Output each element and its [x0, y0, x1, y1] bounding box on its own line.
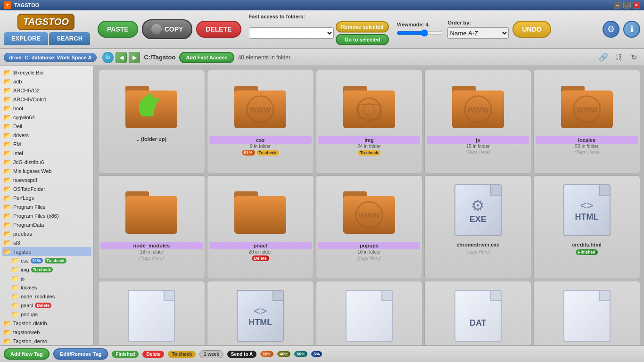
minimize-button[interactable]: ─: [614, 2, 621, 8]
file-item[interactable]: WWWpopups10 in folder(Tags Here): [316, 175, 423, 279]
file-icon-container: DAT: [450, 285, 506, 345]
file-item[interactable]: DAT: [424, 281, 531, 345]
file-item[interactable]: WWWlocales53 in folder(Tags Here): [533, 70, 640, 173]
pct-50: 50%: [294, 351, 307, 357]
sidebar-item[interactable]: 📂Tagstoo_demo: [2, 337, 91, 345]
sidebar-item[interactable]: 📂OSTotoFolder: [2, 184, 91, 193]
explore-tab[interactable]: EXPLORE: [4, 32, 48, 45]
sidebar-item[interactable]: 📂drivers: [2, 131, 91, 140]
svg-text:WWW: WWW: [576, 106, 598, 114]
file-item[interactable]: ⚙EXEchromedriver.exe(Tags Here): [424, 175, 531, 279]
sidebar-item[interactable]: 📂st3: [2, 238, 91, 247]
sidebar-item[interactable]: 📁locales: [2, 283, 91, 292]
folder-icon: 📂: [4, 212, 11, 219]
sidebar-item-label: node_modules: [21, 294, 55, 299]
sidebar-item[interactable]: 📂ARCHIVO2: [2, 86, 91, 95]
info-button[interactable]: ℹ: [623, 21, 640, 38]
folder-icon: 📂: [4, 176, 11, 183]
folder-icon: 📁: [11, 284, 19, 291]
file-grid: .. (folder up)WWWcss9 in folder91%To che…: [94, 66, 644, 345]
file-item[interactable]: WWWjs15 in folder(Tags Here): [424, 70, 531, 173]
sidebar-item-label: OSTotoFolder: [13, 186, 45, 192]
pct-40: 40%: [277, 351, 290, 357]
settings-gear-button[interactable]: ⚙: [603, 21, 619, 38]
paste-button[interactable]: PASTE: [98, 21, 138, 38]
html-arrows-symbol: <>: [254, 304, 267, 318]
sidebar-item[interactable]: 📂EM: [2, 140, 91, 148]
nav-refresh-button[interactable]: ↻: [102, 52, 114, 63]
file-item[interactable]: .. (folder up): [98, 70, 205, 173]
close-button[interactable]: ✕: [633, 2, 640, 8]
nav-forward-button[interactable]: ▶: [129, 52, 140, 63]
sidebar-item[interactable]: 📂Tagstoo-distrib: [2, 319, 91, 328]
sidebar-item[interactable]: 📂cygwin64: [2, 113, 91, 122]
sidebar-item[interactable]: 📂Program Files (x86): [2, 211, 91, 220]
file-name: pnacl: [209, 242, 312, 249]
search-tab[interactable]: SEARCH: [49, 32, 90, 45]
nav-back-button[interactable]: ◀: [116, 52, 127, 63]
sidebar-item[interactable]: 📂Intel: [2, 148, 91, 157]
folder-icon: 📂: [4, 167, 11, 174]
refresh-icon[interactable]: ↻: [627, 51, 640, 64]
delete-button[interactable]: DELETE: [196, 21, 241, 38]
sidebar-item[interactable]: 📂tagstooweb: [2, 328, 91, 337]
sidebar-item[interactable]: 📁imgTo check: [2, 265, 91, 274]
sidebar-item[interactable]: 📁css91%To check: [2, 256, 91, 265]
file-item[interactable]: [533, 281, 640, 345]
copy-button[interactable]: COPY: [142, 19, 193, 39]
sidebar-item[interactable]: 📂Tagstoo: [2, 247, 91, 256]
sidebar-item[interactable]: 📂Mis lugares Web: [2, 166, 91, 175]
sidebar-item[interactable]: 📂adb: [2, 77, 91, 86]
sidebar-item[interactable]: 📂pruebas: [2, 229, 91, 238]
sidebar-item[interactable]: 📂Program Files: [2, 202, 91, 211]
file-item[interactable]: pnacl20 in folderDelete: [207, 175, 314, 279]
sidebar-item[interactable]: 📂boot: [2, 104, 91, 113]
folder-icon: 📂: [4, 194, 11, 201]
edit-remove-tag-button[interactable]: Edit/Remove Tag: [53, 348, 108, 360]
fast-access-dropdown[interactable]: [249, 27, 334, 39]
file-item[interactable]: [316, 281, 423, 345]
viewmode-slider[interactable]: [396, 29, 444, 37]
sidebar-item[interactable]: 📂PerfLogs: [2, 193, 91, 202]
file-tags: 91%To check: [242, 150, 279, 156]
add-fast-access-button[interactable]: Add Fast Access: [179, 52, 234, 63]
orderby-select[interactable]: Name A-Z Name Z-A Date Size: [447, 27, 509, 39]
dat-file-icon: DAT: [454, 290, 502, 342]
sidebar-item[interactable]: 📂nuevospdf: [2, 175, 91, 184]
file-icon-container: [341, 285, 397, 345]
file-item[interactable]: <>HTMLcredits.htmlFinished: [533, 175, 640, 279]
tag-link-icon[interactable]: 🔗: [597, 51, 610, 64]
remove-selected-button[interactable]: Remove selected: [336, 21, 389, 33]
html-file-icon: <>HTML: [237, 290, 284, 342]
sidebar-item[interactable]: 📂Dell: [2, 122, 91, 131]
sidebar-item[interactable]: 📁popups: [2, 310, 91, 319]
file-subtext: 53 in folder: [575, 144, 598, 149]
file-item[interactable]: <>HTML: [207, 281, 314, 345]
sidebar-item[interactable]: 📁pnaclDelete: [2, 301, 91, 310]
sidebar-item[interactable]: 📂$Recycle.Bin: [2, 68, 91, 77]
go-to-selected-button[interactable]: Go to selected: [336, 34, 389, 45]
file-item[interactable]: [98, 281, 205, 345]
file-icon-container: [559, 285, 615, 345]
file-icon-container: WWW: [232, 74, 289, 135]
sidebar-item[interactable]: 📂JdG-distribu6: [2, 157, 91, 166]
folder-icon: 📂: [4, 203, 11, 210]
sidebar-item[interactable]: 📂ProgramData: [2, 220, 91, 229]
file-item[interactable]: node_modules18 in folder(Tags Here): [98, 175, 205, 279]
sidebar-item-label: JdG-distribu6: [13, 159, 44, 165]
file-subtext: 24 in folder: [357, 144, 380, 149]
tag-chain-icon[interactable]: ⛓: [612, 51, 625, 64]
undo-button[interactable]: UNDO: [512, 21, 551, 38]
sidebar-item[interactable]: 📁js: [2, 274, 91, 283]
file-item[interactable]: WWWcss9 in folder91%To check: [207, 70, 314, 173]
sidebar-item-label: Mis lugares Web: [13, 168, 52, 174]
file-icon-container: [123, 74, 180, 135]
file-item[interactable]: img24 in folderTo check: [316, 70, 423, 173]
sidebar-item[interactable]: 📂ARCHIVOold1: [2, 95, 91, 104]
sidebar-item[interactable]: 📁node_modules: [2, 292, 91, 301]
svg-rect-7: [343, 90, 395, 128]
sidebar-item-label: EM: [13, 141, 21, 147]
add-new-tag-button[interactable]: Add New Tag: [4, 348, 50, 360]
maximize-button[interactable]: □: [623, 2, 631, 8]
html-file-icon: <>HTML: [563, 184, 611, 236]
